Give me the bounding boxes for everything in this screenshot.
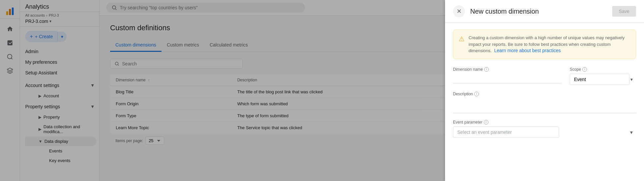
description-textarea[interactable]: [453, 98, 636, 113]
scope-select-wrapper: Event User Session ▾: [570, 74, 636, 85]
scope-group: Scope i Event User Session ▾: [570, 67, 636, 85]
description-group: Description i: [453, 92, 636, 113]
dimension-name-label: Dimension name i: [453, 67, 562, 72]
form-row-name-scope: Dimension name i Scope i: [453, 67, 636, 85]
dimension-name-group: Dimension name i: [453, 67, 562, 83]
event-parameter-select[interactable]: Select an event parameter: [453, 127, 559, 138]
modal-overlay: ✕ New custom dimension Save ⚠ Creating a…: [0, 0, 644, 181]
description-label: Description i: [453, 92, 636, 96]
warning-icon: ⚠: [459, 35, 465, 54]
modal-body: ⚠ Creating a custom dimension with a hig…: [445, 23, 644, 181]
form-row-description: Description i: [453, 92, 636, 113]
modal-close-button[interactable]: ✕: [453, 5, 465, 17]
scope-label: Scope i: [570, 67, 636, 72]
warning-box: ⚠ Creating a custom dimension with a hig…: [453, 30, 636, 59]
warning-content: Creating a custom dimension with a high …: [469, 35, 630, 54]
dimension-name-input[interactable]: [453, 74, 562, 83]
new-custom-dimension-panel: ✕ New custom dimension Save ⚠ Creating a…: [445, 0, 644, 181]
event-param-select-wrapper: Select an event parameter ▾: [453, 127, 636, 138]
warning-learn-more-link[interactable]: Learn more about best practices: [494, 48, 561, 53]
event-param-dropdown-icon: ▾: [630, 129, 633, 135]
modal-save-button[interactable]: Save: [612, 6, 636, 17]
modal-title: New custom dimension: [470, 8, 539, 15]
scope-select[interactable]: Event User Session: [570, 74, 629, 85]
dimension-name-info-icon: i: [484, 67, 489, 72]
scope-dropdown-icon: ▾: [630, 77, 633, 82]
event-param-info-icon: i: [484, 120, 488, 125]
scope-info-icon: i: [582, 67, 587, 72]
event-param-label: Event parameter i: [453, 120, 636, 125]
modal-header: ✕ New custom dimension Save: [445, 0, 644, 23]
description-info-icon: i: [474, 92, 479, 96]
event-parameter-group: Event parameter i Select an event parame…: [453, 120, 636, 138]
